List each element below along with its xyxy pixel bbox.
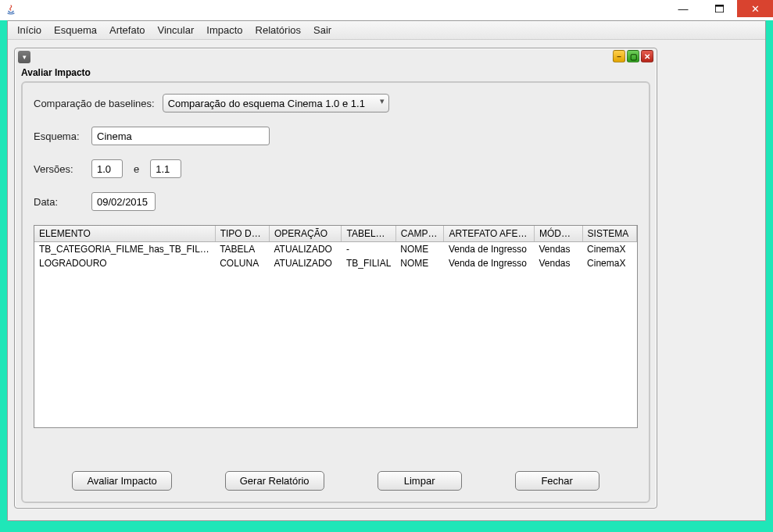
internal-frame-titlebar[interactable]: ▾ – ▢ ✕ [15,48,657,66]
internal-frame: ▾ – ▢ ✕ Avaliar Impacto Comparação de ba… [14,48,657,509]
internal-close-button[interactable]: ✕ [641,50,653,62]
internal-minimize-button[interactable]: – [613,50,625,62]
table-cell: NOME [395,256,444,270]
window-maximize-button[interactable]: 🗖 [701,0,737,17]
window-controls: — 🗖 ✕ [665,0,773,17]
impact-table[interactable]: ELEMENTO TIPO DE ... OPERAÇÃO TABELA ...… [34,225,638,428]
table-cell: Venda de Ingresso [444,256,535,270]
evaluate-button[interactable]: Avaliar Impacto [72,471,171,491]
menu-impacto[interactable]: Impacto [200,23,249,37]
col-artefato[interactable]: ARTEFATO AFET... [444,226,535,242]
schema-label: Esquema: [34,130,84,142]
menu-artefato[interactable]: Artefato [103,23,152,37]
menu-relatorios[interactable]: Relatórios [249,23,308,37]
col-operacao[interactable]: OPERAÇÃO [270,226,342,242]
col-tipo[interactable]: TIPO DE ... [215,226,269,242]
schema-input[interactable] [91,127,270,145]
table-cell: TB_CATEGORIA_FILME_has_TB_FILME [34,242,215,257]
col-tabela[interactable]: TABELA ... [342,226,395,242]
panel-content: Comparação de baselines: Comparação do e… [21,81,650,503]
menu-vincular[interactable]: Vincular [152,23,201,37]
table-cell: CinemaX [582,256,636,270]
menu-inicio[interactable]: Início [11,23,48,37]
comparison-select[interactable]: Comparação do esquema Cinema 1.0 e 1.1 [163,94,389,112]
panel-title: Avaliar Impacto [15,66,657,81]
os-titlebar[interactable]: — 🗖 ✕ [0,0,773,20]
table-cell: - [342,242,395,257]
internal-frame-buttons: – ▢ ✕ [613,50,653,62]
table-cell: COLUNA [215,256,269,270]
table-row[interactable]: TB_CATEGORIA_FILME_has_TB_FILMETABELAATU… [34,242,637,257]
version-b-input[interactable] [150,159,181,178]
app-body: Início Esquema Artefato Vincular Impacto… [7,20,766,521]
button-row: Avaliar Impacto Gerar Relatório Limpar F… [23,471,649,491]
window-minimize-button[interactable]: — [665,0,701,17]
versions-label: Versões: [34,163,84,175]
col-campo[interactable]: CAMPO... [395,226,444,242]
and-label: e [134,163,139,175]
col-sistema[interactable]: SISTEMA [582,226,636,242]
table-cell: TABELA [215,242,269,257]
menu-sair[interactable]: Sair [307,23,338,37]
menubar: Início Esquema Artefato Vincular Impacto… [8,21,765,40]
menu-esquema[interactable]: Esquema [48,23,103,37]
java-icon [5,4,17,16]
report-button[interactable]: Gerar Relatório [225,471,324,491]
table-cell: ATUALIZADO [270,256,342,270]
table-cell: Venda de Ingresso [444,242,535,257]
os-window: — 🗖 ✕ Início Esquema Artefato Vincular I… [0,0,773,532]
clear-button[interactable]: Limpar [378,471,462,491]
table-cell: LOGRADOURO [34,256,215,270]
version-a-input[interactable] [91,159,123,178]
table-cell: CinemaX [582,242,636,257]
table-cell: Vendas [534,242,582,257]
window-close-button[interactable]: ✕ [737,0,773,17]
col-modulo[interactable]: MÓDULO [534,226,582,242]
date-label: Data: [34,196,84,208]
table-cell: TB_FILIAL [342,256,395,270]
internal-maximize-button[interactable]: ▢ [627,50,639,62]
comparison-label: Comparação de baselines: [34,98,155,109]
table-cell: ATUALIZADO [270,242,342,257]
table-cell: NOME [395,242,444,257]
system-menu-icon[interactable]: ▾ [18,51,30,63]
col-elemento[interactable]: ELEMENTO [34,226,215,242]
table-cell: Vendas [534,256,582,270]
date-input[interactable] [91,192,156,211]
table-header-row[interactable]: ELEMENTO TIPO DE ... OPERAÇÃO TABELA ...… [34,226,637,242]
table-row[interactable]: LOGRADOUROCOLUNAATUALIZADOTB_FILIALNOMEV… [34,256,637,270]
close-button[interactable]: Fechar [515,471,599,491]
